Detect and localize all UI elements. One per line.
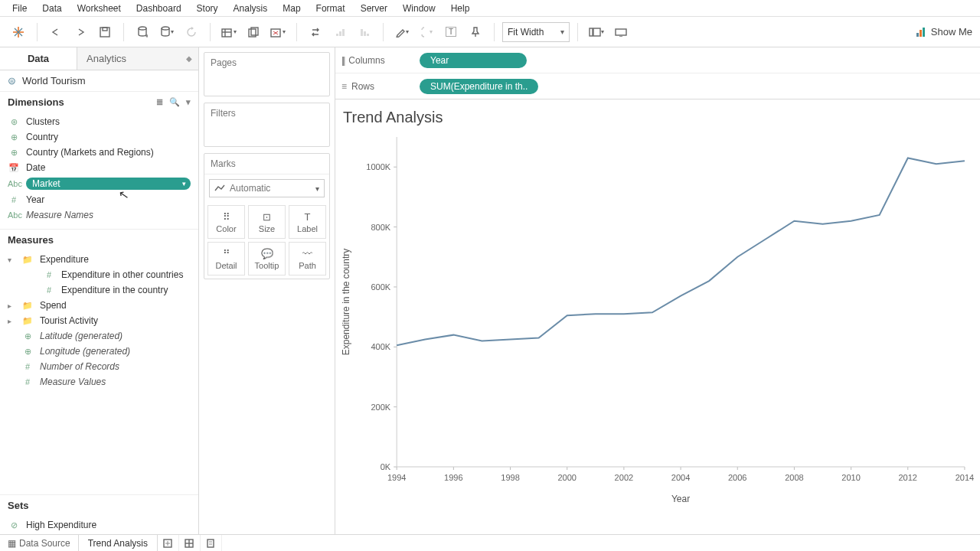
new-worksheet-button[interactable]: ▾: [218, 21, 240, 43]
forward-button[interactable]: [70, 21, 91, 43]
columns-shelf[interactable]: ||| Columns Year: [335, 47, 980, 73]
tab-analytics[interactable]: Analytics◆: [77, 47, 198, 70]
rows-shelf[interactable]: ≡Rows SUM(Expenditure in th..: [335, 73, 980, 99]
measure-spend[interactable]: ▸📁Spend: [0, 298, 198, 313]
menu-map[interactable]: Map: [275, 2, 308, 15]
sort-asc-button[interactable]: [329, 21, 351, 43]
filters-shelf[interactable]: Filters: [204, 103, 330, 147]
field-type-icon: 📁: [21, 255, 34, 265]
duplicate-button[interactable]: [243, 21, 264, 43]
viz-canvas[interactable]: 0K200K400K600K800K1000K19941996199820002…: [335, 129, 980, 534]
refresh-button[interactable]: [181, 21, 202, 43]
tree-toggle-icon[interactable]: ▸: [8, 302, 15, 310]
datasource-row[interactable]: ⊜ World Tourism: [0, 70, 198, 92]
new-datasource-button[interactable]: [132, 21, 153, 43]
dimension-country-markets-and-regions-[interactable]: ⊕Country (Markets and Regions): [0, 145, 198, 160]
svg-text:2002: 2002: [615, 473, 634, 482]
tree-toggle-icon[interactable]: ▸: [8, 317, 15, 325]
svg-text:800K: 800K: [371, 223, 390, 232]
show-me-button[interactable]: Show Me: [916, 26, 972, 37]
back-button[interactable]: [45, 21, 67, 43]
menu-analysis[interactable]: Analysis: [226, 2, 276, 15]
field-type-icon: ⊛: [8, 117, 20, 127]
measure-longitude-generated-[interactable]: ⊕Longitude (generated): [0, 344, 198, 359]
set-high-expenditure[interactable]: ⊘High Expenditure: [0, 517, 198, 533]
dimension-year[interactable]: #Year: [0, 192, 198, 207]
measure-latitude-generated-[interactable]: ⊕Latitude (generated): [0, 328, 198, 344]
columns-pill-year[interactable]: Year: [420, 53, 527, 68]
menu-dropdown-icon[interactable]: ▾: [186, 97, 191, 107]
menu-file[interactable]: File: [5, 2, 34, 15]
svg-rect-20: [342, 29, 345, 36]
svg-text:1994: 1994: [387, 473, 407, 482]
svg-rect-23: [367, 34, 369, 36]
menu-worksheet[interactable]: Worksheet: [70, 2, 129, 15]
marks-tooltip-button[interactable]: 💬Tooltip: [248, 242, 286, 276]
marks-path-button[interactable]: 〰Path: [289, 242, 326, 276]
measure-number-of-records[interactable]: #Number of Records: [0, 359, 198, 374]
marks-detail-button[interactable]: ⠛Detail: [207, 242, 245, 276]
fit-dropdown[interactable]: Fit Width: [502, 22, 570, 42]
group-button[interactable]: ▾: [416, 21, 437, 43]
highlight-button[interactable]: ▾: [391, 21, 413, 43]
field-type-icon: #: [8, 195, 20, 204]
pin-button[interactable]: [465, 21, 486, 43]
datasource-icon: ⊜: [8, 75, 16, 86]
svg-rect-25: [593, 28, 600, 36]
measure-tourist-activity[interactable]: ▸📁Tourist Activity: [0, 313, 198, 328]
save-button[interactable]: [94, 21, 116, 43]
svg-text:Expenditure in the country: Expenditure in the country: [341, 249, 351, 356]
rows-pill-expenditure[interactable]: SUM(Expenditure in th..: [420, 79, 538, 94]
new-worksheet-tab[interactable]: [158, 535, 179, 551]
path-icon: 〰: [302, 248, 312, 259]
view-list-icon[interactable]: ≣: [156, 97, 163, 107]
menu-server[interactable]: Server: [353, 2, 395, 15]
menu-format[interactable]: Format: [309, 2, 353, 15]
tableau-logo-icon[interactable]: [8, 21, 29, 43]
pages-shelf[interactable]: Pages: [204, 52, 330, 96]
label-button[interactable]: T: [440, 21, 462, 43]
field-type-icon: #: [21, 377, 34, 386]
measure-expenditure[interactable]: ▾📁Expenditure: [0, 252, 198, 267]
marks-color-button[interactable]: ⠿Color: [207, 205, 245, 239]
tab-data[interactable]: Data: [0, 47, 77, 70]
field-type-icon: #: [21, 362, 34, 371]
field-type-icon: ⊕: [8, 132, 20, 142]
new-story-tab[interactable]: [201, 535, 222, 551]
measure-expenditure-in-other-countries[interactable]: #Expenditure in other countries: [0, 267, 198, 282]
svg-text:1998: 1998: [501, 473, 520, 482]
menu-story[interactable]: Story: [189, 2, 226, 15]
clear-sheet-button[interactable]: ▾: [267, 21, 289, 43]
measure-expenditure-in-the-country[interactable]: #Expenditure in the country: [0, 282, 198, 298]
marks-size-button[interactable]: ⊡Size: [248, 205, 286, 239]
svg-text:Year: Year: [671, 494, 690, 504]
sheet-tab-bar: ▦Data Source Trend Analysis: [0, 534, 980, 551]
dimension-clusters[interactable]: ⊛Clusters: [0, 114, 198, 129]
presentation-button[interactable]: [610, 21, 632, 43]
svg-text:2012: 2012: [899, 473, 918, 482]
swap-button[interactable]: [305, 21, 326, 43]
svg-text:2008: 2008: [785, 473, 804, 482]
viz-title[interactable]: Trend Analysis: [335, 99, 980, 129]
search-icon[interactable]: 🔍: [169, 97, 180, 107]
show-cards-button[interactable]: ▾: [586, 21, 607, 43]
measure-measure-values[interactable]: #Measure Values: [0, 374, 198, 390]
tree-toggle-icon[interactable]: ▾: [8, 256, 15, 264]
sort-desc-button[interactable]: [354, 21, 375, 43]
dimension-market[interactable]: AbcMarket: [0, 175, 198, 192]
pause-updates-button[interactable]: ▾: [156, 21, 178, 43]
menu-help[interactable]: Help: [443, 2, 478, 15]
dimension-measure-names[interactable]: AbcMeasure Names: [0, 207, 198, 223]
field-type-icon: ⊕: [8, 148, 20, 158]
menu-dashboard[interactable]: Dashboard: [129, 2, 189, 15]
datasource-tab[interactable]: ▦Data Source: [0, 535, 79, 551]
mark-type-dropdown[interactable]: Automatic: [209, 179, 325, 197]
dimension-date[interactable]: 📅Date: [0, 160, 198, 175]
menu-data[interactable]: Data: [34, 2, 69, 15]
menu-window[interactable]: Window: [395, 2, 443, 15]
sheet-tab-trend-analysis[interactable]: Trend Analysis: [79, 535, 158, 551]
dimension-country[interactable]: ⊕Country: [0, 129, 198, 145]
field-pill-selected[interactable]: Market: [26, 178, 191, 190]
new-dashboard-tab[interactable]: [179, 535, 201, 551]
marks-label-button[interactable]: TLabel: [289, 205, 326, 239]
